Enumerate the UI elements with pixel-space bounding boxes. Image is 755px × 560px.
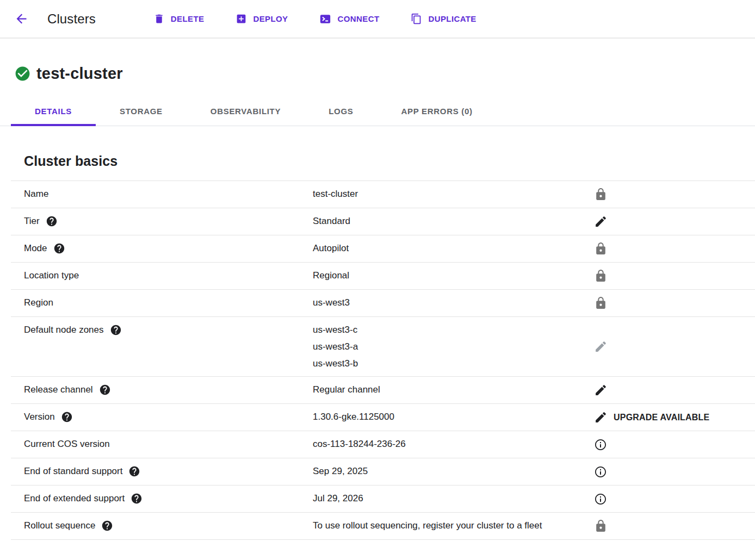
table-row: Version 1.30.6-gke.1125000 UPGRADE AVAIL…: [11, 404, 755, 431]
row-value: Autopilot: [313, 240, 349, 257]
tab-logs[interactable]: LOGS: [305, 97, 377, 126]
row-label-cell: Rollout sequence: [11, 513, 313, 538]
help-icon[interactable]: [46, 215, 58, 227]
row-label-cell: Current COS version: [11, 431, 313, 457]
row-value-cell: test-cluster: [313, 181, 594, 207]
row-label-cell: Mode: [11, 235, 313, 261]
row-label: Location type: [24, 267, 79, 284]
row-value-cell: Jul 29, 2026: [313, 486, 594, 511]
cluster-basics-section: Cluster basics Name test-cluster Tier St…: [0, 153, 755, 540]
arrow-back-icon: [14, 11, 29, 26]
help-icon[interactable]: [110, 324, 122, 336]
row-value-cell: Regional: [313, 263, 594, 288]
row-label: Mode: [24, 240, 47, 257]
row-value: test-cluster: [313, 185, 358, 202]
row-label: Version: [24, 408, 55, 425]
info-icon[interactable]: [594, 493, 607, 506]
row-value: Jul 29, 2026: [313, 490, 363, 507]
row-action-cell: UPGRADE AVAILABLE: [594, 410, 755, 424]
row-label: End of standard support: [24, 463, 122, 480]
table-row: Region us-west3: [11, 290, 755, 317]
row-label-cell: Release channel: [11, 377, 313, 402]
row-label-cell: End of extended support: [11, 486, 313, 511]
check-circle-icon: [14, 65, 31, 82]
upgrade-available-label[interactable]: UPGRADE AVAILABLE: [614, 413, 709, 422]
row-label: Name: [24, 185, 48, 202]
header-bar: Clusters DELETE DEPLOY: [0, 0, 755, 39]
row-value: Regular channel: [313, 381, 380, 398]
row-label: End of extended support: [24, 490, 125, 507]
row-value-cell: us-west3-c us-west3-a us-west3-b: [313, 317, 594, 376]
tab-app-errors[interactable]: APP ERRORS (0): [378, 97, 497, 126]
row-value: us-west3-c us-west3-a us-west3-b: [313, 321, 358, 372]
lock-icon: [594, 188, 608, 201]
table-row: Location type Regional: [11, 263, 755, 290]
row-value-cell: Autopilot: [313, 235, 594, 261]
copy-icon: [411, 13, 422, 24]
row-value: To use rollout sequencing, register your…: [313, 517, 542, 534]
lock-icon: [594, 296, 608, 310]
edit-icon[interactable]: [594, 215, 608, 228]
row-action-cell: [594, 465, 755, 478]
help-icon[interactable]: [101, 520, 113, 532]
table-row: End of extended support Jul 29, 2026: [11, 486, 755, 513]
duplicate-button-label: DUPLICATE: [428, 14, 476, 23]
tab-bar: DETAILS STORAGE OBSERVABILITY LOGS APP E…: [0, 97, 755, 126]
row-label: Tier: [24, 213, 40, 229]
tab-storage[interactable]: STORAGE: [96, 97, 187, 126]
row-value: Standard: [313, 213, 350, 229]
delete-button-label: DELETE: [171, 14, 205, 23]
help-icon[interactable]: [53, 242, 65, 254]
row-action-cell: [594, 438, 755, 451]
terminal-icon: [319, 13, 331, 25]
help-icon[interactable]: [131, 493, 143, 505]
table-row: Name test-cluster: [11, 181, 755, 208]
connect-button[interactable]: CONNECT: [319, 13, 379, 25]
row-label: Default node zones: [24, 321, 104, 338]
tab-details[interactable]: DETAILS: [11, 97, 96, 126]
deploy-button-label: DEPLOY: [253, 14, 288, 23]
row-value: 1.30.6-gke.1125000: [313, 408, 394, 425]
table-row: End of standard support Sep 29, 2025: [11, 458, 755, 486]
help-icon[interactable]: [61, 411, 73, 423]
row-label-cell: Default node zones: [11, 317, 313, 343]
table-row: Release channel Regular channel: [11, 377, 755, 404]
table-row: Mode Autopilot: [11, 235, 755, 263]
help-icon[interactable]: [99, 384, 111, 396]
page-title: Clusters: [47, 11, 96, 27]
row-label: Region: [24, 294, 53, 311]
edit-disabled-icon: [594, 340, 608, 353]
back-button[interactable]: [9, 7, 33, 31]
row-action-cell: [594, 215, 755, 228]
tab-observability[interactable]: OBSERVABILITY: [187, 97, 305, 126]
lock-icon: [594, 269, 608, 283]
edit-icon[interactable]: [594, 410, 608, 424]
row-value-cell: Standard: [313, 208, 594, 234]
row-value-cell: us-west3: [313, 290, 594, 315]
table-row: Default node zones us-west3-c us-west3-a…: [11, 317, 755, 377]
table-row: Current COS version cos-113-18244-236-26: [11, 431, 755, 458]
deploy-button[interactable]: DEPLOY: [236, 13, 288, 24]
row-action-cell: [594, 188, 755, 201]
row-label-cell: End of standard support: [11, 458, 313, 484]
row-value: cos-113-18244-236-26: [313, 435, 406, 452]
gke-cluster-details-page: Clusters DELETE DEPLOY: [0, 0, 755, 540]
info-icon[interactable]: [594, 438, 607, 451]
row-label-cell: Name: [11, 181, 313, 207]
row-value-cell: Sep 29, 2025: [313, 458, 594, 484]
row-action-cell: [594, 340, 755, 353]
row-value: Sep 29, 2025: [313, 463, 368, 480]
delete-button[interactable]: DELETE: [153, 13, 205, 24]
help-icon[interactable]: [128, 465, 140, 477]
row-label-cell: Location type: [11, 263, 313, 288]
lock-icon: [594, 242, 608, 256]
duplicate-button[interactable]: DUPLICATE: [411, 13, 476, 24]
row-action-cell: [594, 242, 755, 256]
row-value: Regional: [313, 267, 349, 284]
connect-button-label: CONNECT: [337, 14, 379, 23]
row-label: Release channel: [24, 381, 93, 398]
edit-icon[interactable]: [594, 383, 608, 397]
add-box-icon: [236, 13, 247, 24]
header-actions: DELETE DEPLOY CONNECT: [153, 13, 476, 25]
info-icon[interactable]: [594, 465, 607, 478]
